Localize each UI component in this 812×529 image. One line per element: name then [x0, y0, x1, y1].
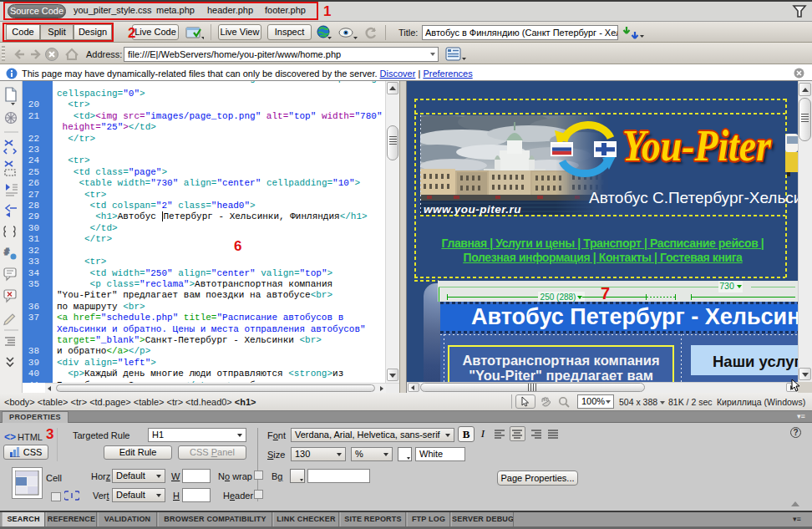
- svg-text:#: #: [4, 247, 9, 257]
